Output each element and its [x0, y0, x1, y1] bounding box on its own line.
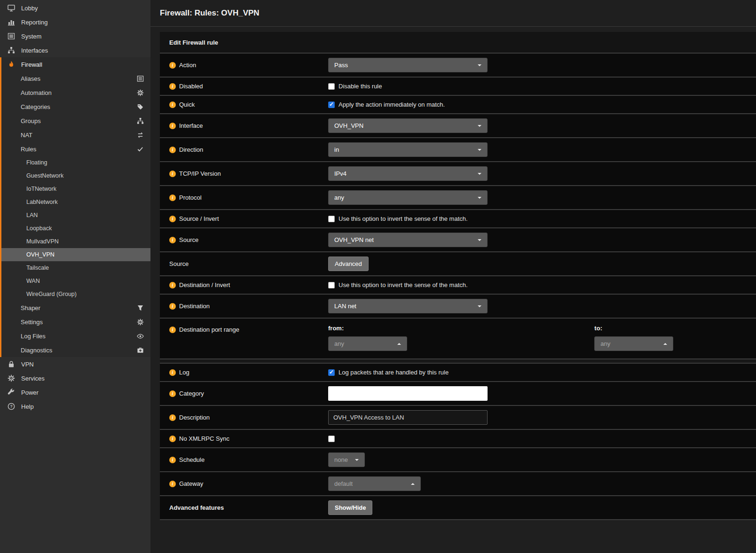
sidebar-item-label: Shaper	[21, 304, 40, 312]
sidebar-item-rules[interactable]: Rules	[1, 142, 150, 156]
info-icon[interactable]: i	[169, 123, 176, 129]
info-icon[interactable]: i	[169, 369, 176, 376]
field-label-source-advanced: Source	[169, 260, 328, 267]
sidebar-item-shaper[interactable]: Shaper	[1, 301, 150, 315]
sidebar-item-rules-lan[interactable]: LAN	[1, 209, 150, 222]
checkbox-label: Use this option to invert the sense of t…	[339, 215, 468, 222]
category-input[interactable]	[328, 386, 488, 401]
chevron-down-icon	[478, 125, 481, 127]
info-icon[interactable]: i	[169, 216, 176, 222]
info-icon[interactable]: i	[169, 147, 176, 153]
info-icon[interactable]: i	[169, 195, 176, 201]
field-label-text: Gateway	[179, 480, 203, 487]
sidebar-item-categories[interactable]: Categories	[1, 100, 150, 114]
info-icon[interactable]: i	[169, 237, 176, 243]
field-label-gateway: i Gateway	[169, 480, 328, 487]
sidebar-item-rules-mullvadvpn[interactable]: MullvadVPN	[1, 235, 150, 248]
chevron-up-icon	[411, 483, 415, 485]
field-label-text: TCP/IP Version	[179, 170, 221, 177]
sidebar-item-nat[interactable]: NAT	[1, 128, 150, 142]
sidebar-item-rules-floating[interactable]: Floating	[1, 156, 150, 169]
info-icon[interactable]: i	[169, 62, 176, 69]
sidebar-item-rules-tailscale[interactable]: Tailscale	[1, 261, 150, 274]
sidebar-item-rules-guestnetwork[interactable]: GuestNetwork	[1, 169, 150, 182]
destination-invert-checkbox[interactable]	[328, 282, 335, 288]
form-row-tcpip-version: i TCP/IP Version IPv4	[160, 162, 756, 186]
field-label-destination: i Destination	[169, 303, 328, 310]
sidebar-item-help[interactable]: Help	[0, 399, 150, 413]
field-label-log: i Log	[169, 369, 328, 376]
info-icon[interactable]: i	[169, 481, 176, 487]
info-icon[interactable]: i	[169, 457, 176, 463]
field-label-text: Destination / Invert	[179, 281, 230, 288]
sidebar-item-interfaces[interactable]: Interfaces	[0, 43, 150, 57]
sidebar-item-aliases[interactable]: Aliases	[1, 71, 150, 86]
action-select[interactable]: Pass	[328, 58, 488, 72]
field-label-text: Description	[179, 414, 210, 421]
quick-checkbox[interactable]	[328, 101, 335, 108]
sidebar-item-rules-wireguard-group[interactable]: WireGuard (Group)	[1, 288, 150, 301]
port-range-track	[160, 359, 756, 364]
info-icon[interactable]: i	[169, 436, 176, 442]
sidebar-item-rules-ovh-vpn[interactable]: OVH_VPN	[1, 248, 150, 261]
field-label-protocol: i Protocol	[169, 194, 328, 201]
sidebar-item-rules-iotnetwork[interactable]: IoTNetwork	[1, 182, 150, 195]
source-select[interactable]: OVH_VPN net	[328, 233, 488, 247]
sidebar-item-log-files[interactable]: Log Files	[1, 329, 150, 343]
form-row-protocol: i Protocol any	[160, 186, 756, 210]
firewall-section: Firewall Aliases Automation Categories G…	[0, 57, 150, 357]
source-advanced-button[interactable]: Advanced	[328, 257, 369, 271]
sidebar-item-firewall[interactable]: Firewall	[1, 57, 150, 71]
sidebar-item-settings[interactable]: Settings	[1, 315, 150, 329]
disabled-checkbox[interactable]	[328, 83, 335, 90]
info-icon[interactable]: i	[169, 171, 176, 177]
info-icon[interactable]: i	[169, 83, 176, 90]
sidebar-item-rules-labnetwork[interactable]: LabNetwork	[1, 195, 150, 209]
sidebar-item-rules-loopback[interactable]: Loopback	[1, 222, 150, 235]
info-icon[interactable]: i	[169, 282, 176, 288]
destination-select[interactable]: LAN net	[328, 299, 488, 313]
sidebar-item-groups[interactable]: Groups	[1, 114, 150, 128]
show-hide-advanced-button[interactable]: Show/Hide	[328, 500, 372, 515]
sidebar-item-system[interactable]: System	[0, 29, 150, 43]
field-label-interface: i Interface	[169, 122, 328, 129]
info-icon[interactable]: i	[169, 414, 176, 421]
tcpip-version-select[interactable]: IPv4	[328, 166, 488, 181]
form-row-log: i Log Log packets that are handled by th…	[160, 364, 756, 382]
no-xmlrpc-sync-checkbox[interactable]	[328, 436, 335, 442]
port-from-select[interactable]: any	[328, 336, 407, 351]
direction-select[interactable]: in	[328, 142, 488, 157]
gateway-select[interactable]: default	[328, 476, 421, 491]
sidebar-item-services[interactable]: Services	[0, 371, 150, 385]
schedule-select[interactable]: none	[328, 452, 365, 467]
protocol-select[interactable]: any	[328, 190, 488, 205]
chevron-down-icon	[478, 64, 481, 66]
selected-value: Pass	[334, 62, 348, 69]
sidebar-item-lobby[interactable]: Lobby	[0, 1, 150, 15]
field-label-text: Action	[179, 62, 196, 69]
wrench-icon	[8, 389, 15, 396]
sidebar-item-vpn[interactable]: VPN	[0, 357, 150, 371]
sidebar-item-diagnostics[interactable]: Diagnostics	[1, 343, 150, 357]
sidebar-item-label: Rules	[21, 146, 36, 153]
description-input[interactable]	[328, 410, 488, 425]
field-label-source: i Source	[169, 236, 328, 243]
sidebar-item-rules-wan[interactable]: WAN	[1, 274, 150, 288]
port-to-select[interactable]: any	[594, 336, 673, 351]
interface-select[interactable]: OVH_VPN	[328, 118, 488, 133]
log-checkbox[interactable]	[328, 369, 335, 376]
sidebar-item-power[interactable]: Power	[0, 385, 150, 399]
sidebar-item-reporting[interactable]: Reporting	[0, 15, 150, 29]
info-icon[interactable]: i	[169, 390, 176, 397]
info-icon[interactable]: i	[169, 101, 176, 108]
chevron-down-icon	[478, 197, 481, 199]
sidebar-item-automation[interactable]: Automation	[1, 86, 150, 100]
sidebar: Lobby Reporting System Interfaces Firewa…	[0, 0, 150, 553]
source-invert-checkbox[interactable]	[328, 216, 335, 222]
port-from-group: from: any	[328, 325, 594, 351]
info-icon[interactable]: i	[169, 327, 176, 333]
form-row-destination-port-range: i Destination port range from: any to:	[160, 319, 756, 359]
chevron-down-icon	[478, 239, 481, 241]
info-icon[interactable]: i	[169, 303, 176, 310]
port-from-label: from:	[328, 325, 594, 332]
